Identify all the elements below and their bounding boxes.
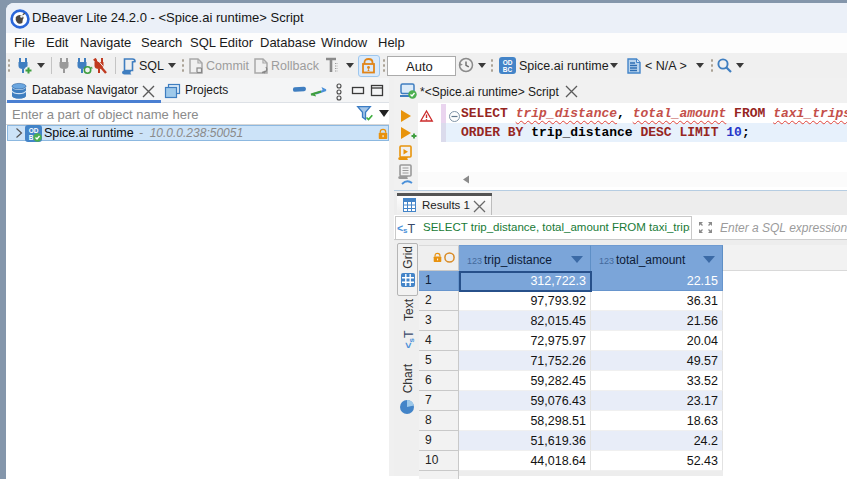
svg-text:OD: OD — [503, 59, 513, 66]
svg-text:OD: OD — [29, 127, 39, 134]
svg-text:BC: BC — [503, 66, 513, 73]
svg-text:s: s — [407, 338, 416, 343]
svg-text:T: T — [402, 330, 416, 338]
svg-text:T: T — [408, 222, 416, 236]
svg-text:<: < — [402, 342, 414, 348]
